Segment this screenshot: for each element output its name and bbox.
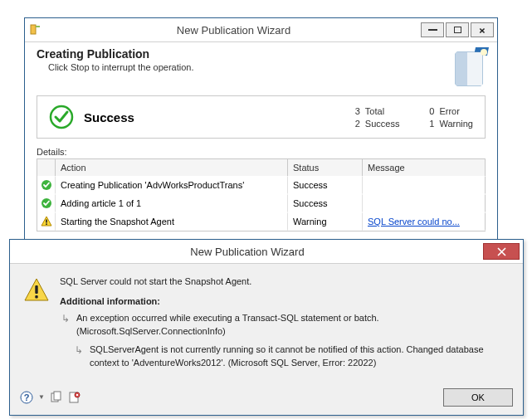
- wizard-content: Success 3 Total 2 Success 0 Error 1 Warn…: [25, 89, 497, 238]
- summary-box: Success 3 Total 2 Success 0 Error 1 Warn…: [37, 95, 486, 139]
- help-icon[interactable]: ?: [20, 391, 33, 404]
- app-icon: [28, 22, 43, 37]
- dropdown-icon[interactable]: ▼: [38, 393, 45, 401]
- cell-status: Success: [288, 176, 363, 194]
- dialog-titlebar: New Publication Wizard: [10, 240, 523, 264]
- cell-action: Adding article 1 of 1: [56, 194, 288, 212]
- message-link[interactable]: SQL Server could no...: [368, 217, 460, 227]
- success-icon: [49, 105, 74, 129]
- wizard-subtitle: Click Stop to interrupt the operation.: [48, 62, 486, 72]
- info-item: An exception occurred while executing a …: [61, 312, 510, 339]
- copy-icon[interactable]: [50, 391, 63, 404]
- ok-button[interactable]: OK: [443, 388, 513, 407]
- dialog-body: SQL Server could not start the Snapshot …: [10, 264, 523, 383]
- details-grid: Action Status Message Creating Publicati…: [37, 158, 486, 231]
- close-button[interactable]: ×: [471, 22, 494, 37]
- svg-text:?: ?: [24, 392, 30, 402]
- svg-rect-1: [36, 26, 40, 27]
- wizard-header-graphic: [451, 44, 491, 89]
- dialog-title: New Publication Wizard: [13, 246, 481, 258]
- stat-warning-l: Warning: [439, 119, 473, 129]
- info-item-nested: SQLServerAgent is not currently running …: [75, 343, 510, 370]
- grid-header-row: Action Status Message: [37, 159, 486, 176]
- cell-status: Success: [288, 194, 363, 212]
- summary-status-label: Success: [84, 110, 339, 124]
- stat-error-l: Error: [439, 106, 473, 116]
- summary-stats: 3 Total 2 Success 0 Error 1 Warning: [349, 106, 473, 129]
- success-icon: [41, 197, 52, 209]
- additional-info-title: Additional information:: [60, 295, 510, 309]
- col-action-header[interactable]: Action: [56, 159, 288, 176]
- details-label: Details:: [37, 147, 486, 157]
- warning-icon: [41, 216, 52, 227]
- grid-row[interactable]: Starting the Snapshot Agent Warning SQL …: [37, 212, 486, 231]
- window-title: New Publication Wizard: [48, 24, 419, 37]
- warning-icon: [23, 277, 50, 304]
- dialog-message-area: SQL Server could not start the Snapshot …: [60, 275, 510, 375]
- stat-warning-n: 1: [422, 119, 434, 129]
- dialog-main-message: SQL Server could not start the Snapshot …: [60, 275, 510, 289]
- stat-success-n: 2: [349, 119, 360, 129]
- stat-error-n: 0: [422, 106, 434, 116]
- wizard-header: Creating Publication Click Stop to inter…: [25, 42, 497, 89]
- titlebar: New Publication Wizard ×: [25, 18, 497, 42]
- dialog-close-button[interactable]: [483, 243, 520, 260]
- grid-row[interactable]: Creating Publication 'AdvWorksProductTra…: [37, 176, 486, 194]
- details-icon[interactable]: [68, 391, 81, 404]
- svg-rect-0: [31, 25, 36, 34]
- svg-rect-12: [35, 295, 37, 298]
- svg-rect-16: [54, 392, 61, 400]
- svg-rect-11: [35, 285, 37, 294]
- stat-total-n: 3: [349, 106, 360, 116]
- info-tree: An exception occurred while executing a …: [60, 312, 510, 370]
- col-status-header[interactable]: Status: [288, 159, 363, 176]
- svg-point-5: [481, 49, 487, 56]
- minimize-button[interactable]: [421, 22, 444, 37]
- svg-rect-9: [46, 220, 47, 223]
- cell-action: Creating Publication 'AdvWorksProductTra…: [56, 176, 288, 194]
- wizard-heading: Creating Publication: [37, 47, 486, 61]
- dialog-footer: ? ▼ OK: [10, 383, 523, 415]
- error-dialog: New Publication Wizard SQL Server could …: [9, 239, 524, 416]
- maximize-button[interactable]: [446, 22, 469, 37]
- svg-rect-3: [456, 52, 469, 85]
- cell-message: [363, 194, 486, 212]
- stat-total-l: Total: [365, 106, 400, 116]
- svg-point-6: [51, 106, 72, 128]
- cell-status: Warning: [288, 212, 363, 231]
- svg-rect-4: [467, 52, 482, 85]
- grid-row[interactable]: Adding article 1 of 1 Success: [37, 194, 486, 212]
- success-icon: [41, 179, 52, 191]
- cell-message: [363, 176, 486, 194]
- svg-rect-10: [46, 223, 47, 225]
- col-icon-header[interactable]: [37, 159, 56, 176]
- col-message-header[interactable]: Message: [363, 159, 486, 176]
- stat-success-l: Success: [365, 119, 400, 129]
- cell-action: Starting the Snapshot Agent: [56, 212, 288, 231]
